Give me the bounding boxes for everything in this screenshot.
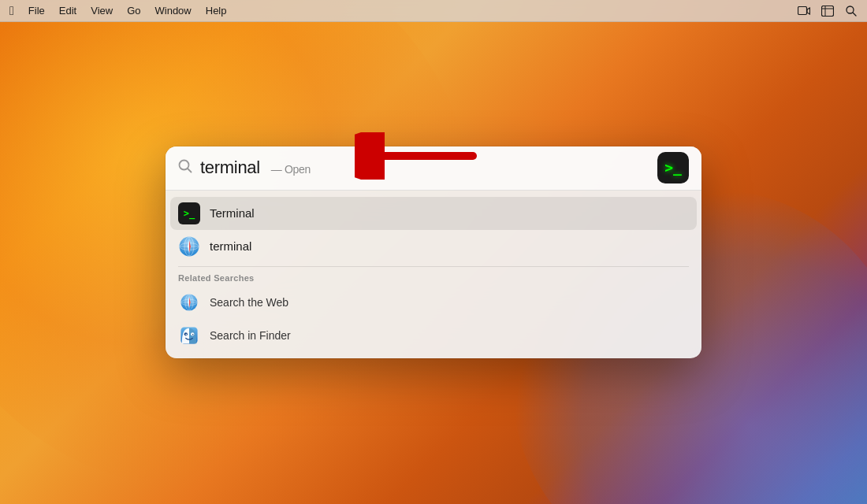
spotlight-overlay: terminal — Open >_ >_ Terminal: [0, 0, 867, 504]
spotlight-search-bar: terminal — Open >_: [166, 146, 701, 191]
svg-line-7: [188, 169, 192, 172]
related-search-finder[interactable]: Search in Finder: [166, 319, 701, 352]
finder-icon: [178, 324, 200, 346]
divider-1: [178, 266, 689, 267]
terminal-web-label: terminal: [210, 239, 251, 253]
terminal-app-label: Terminal: [210, 206, 255, 220]
search-web-label: Search the Web: [210, 296, 288, 309]
related-search-web[interactable]: Search the Web: [166, 286, 701, 319]
result-terminal-web[interactable]: terminal: [166, 230, 701, 263]
safari-globe-icon: [178, 235, 200, 258]
result-terminal-app[interactable]: >_ Terminal: [170, 197, 697, 230]
search-web-safari-icon: [178, 291, 200, 313]
spotlight-terminal-app-icon: >_: [657, 152, 689, 183]
spotlight-search-icon: [178, 159, 192, 177]
svg-point-28: [192, 333, 194, 335]
search-finder-label: Search in Finder: [210, 329, 291, 342]
spotlight-dialog: terminal — Open >_ >_ Terminal: [166, 146, 701, 358]
spotlight-results: >_ Terminal: [166, 191, 701, 358]
related-searches-header: Related Searches: [166, 270, 701, 286]
svg-point-27: [185, 333, 187, 335]
desktop:  File Edit View Go Window Help: [0, 0, 867, 504]
terminal-app-icon: >_: [178, 202, 200, 224]
spotlight-query-text[interactable]: terminal — Open: [200, 158, 648, 178]
